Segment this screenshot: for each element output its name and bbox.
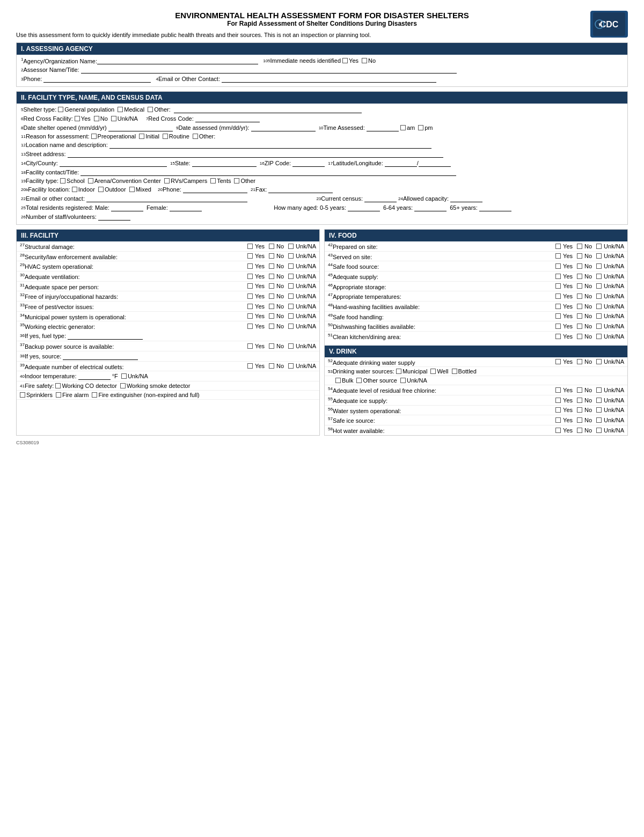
pm-cb[interactable]: pm <box>418 124 433 131</box>
other-source-cb[interactable]: Other source <box>356 377 397 384</box>
other-field[interactable] <box>174 106 362 113</box>
state-field[interactable] <box>192 159 257 167</box>
elec-unk[interactable]: Unk/NA <box>288 363 316 369</box>
dk57-yes[interactable]: Yes <box>555 417 573 423</box>
fd51-yes[interactable]: Yes <box>555 333 573 340</box>
fire-alarm-cb[interactable]: Fire alarm <box>56 392 89 398</box>
fd47-yes[interactable]: Yes <box>555 293 573 299</box>
census-field[interactable] <box>364 195 397 202</box>
f28-no[interactable]: No <box>269 253 284 259</box>
fd44-unk[interactable]: Unk/NA <box>596 263 624 269</box>
co-detector-cb[interactable]: Working CO detector <box>55 383 117 389</box>
general-pop-cb[interactable]: General population <box>58 106 114 113</box>
temp-unk-cb[interactable]: Unk/NA <box>121 373 148 379</box>
fd46-unk[interactable]: Unk/NA <box>596 283 624 289</box>
f31-unk[interactable]: Unk/NA <box>288 283 316 289</box>
fd50-no[interactable]: No <box>577 323 592 329</box>
assessor-field[interactable] <box>81 66 457 74</box>
other-cb[interactable]: Other: <box>148 106 171 113</box>
well-cb[interactable]: Well <box>430 368 448 375</box>
location-field[interactable] <box>109 141 431 149</box>
fd42-yes[interactable]: Yes <box>555 243 573 249</box>
dk58-unk[interactable]: Unk/NA <box>596 427 624 434</box>
f34-yes[interactable]: Yes <box>247 313 265 319</box>
chl-unk[interactable]: Unk/NA <box>596 387 624 393</box>
bottled-cb[interactable]: Bottled <box>452 368 477 375</box>
sprinklers-cb[interactable]: Sprinklers <box>20 392 53 398</box>
indoor-cb[interactable]: Indoor <box>72 186 95 193</box>
fd49-unk[interactable]: Unk/NA <box>596 313 624 319</box>
f27-unk[interactable]: Unk/NA <box>288 243 316 249</box>
f31-yes[interactable]: Yes <box>247 283 265 289</box>
time-assessed-field[interactable] <box>367 124 399 131</box>
dk56-no[interactable]: No <box>577 407 592 413</box>
f28-unk[interactable]: Unk/NA <box>288 253 316 259</box>
fd50-yes[interactable]: Yes <box>555 323 573 329</box>
bulk-cb[interactable]: Bulk <box>335 377 353 384</box>
zip-field[interactable] <box>292 159 325 167</box>
fd44-yes[interactable]: Yes <box>555 263 573 269</box>
long-field[interactable] <box>419 159 451 167</box>
extinguisher-cb[interactable]: Fire extinguisher (non-expired and full) <box>92 392 199 398</box>
phone2-field[interactable] <box>183 186 247 193</box>
yes-checkbox[interactable]: Yes <box>342 57 358 64</box>
fd47-unk[interactable]: Unk/NA <box>596 293 624 299</box>
fd45-yes[interactable]: Yes <box>555 273 573 280</box>
d52-unk[interactable]: Unk/NA <box>596 358 624 365</box>
facility-contact-field[interactable] <box>80 168 456 176</box>
aged664-field[interactable] <box>414 204 447 211</box>
fd48-no[interactable]: No <box>577 303 592 310</box>
f29-no[interactable]: No <box>269 263 284 269</box>
f27-no[interactable]: No <box>269 243 284 249</box>
d52-yes[interactable]: Yes <box>555 358 573 365</box>
initial-cb[interactable]: Initial <box>139 133 159 140</box>
f32-yes[interactable]: Yes <box>247 293 265 299</box>
backup-unk[interactable]: Unk/NA <box>288 343 316 349</box>
elec-yes[interactable]: Yes <box>247 363 265 369</box>
rc-code-field[interactable] <box>195 115 260 122</box>
fuel-field[interactable] <box>68 332 143 340</box>
dk55-no[interactable]: No <box>577 397 592 403</box>
male-field[interactable] <box>111 204 143 211</box>
date-assessed-field[interactable] <box>251 124 316 131</box>
f29-unk[interactable]: Unk/NA <box>288 263 316 269</box>
school-cb[interactable]: School <box>60 178 85 184</box>
fd43-unk[interactable]: Unk/NA <box>596 253 624 259</box>
agency-field[interactable] <box>97 57 258 64</box>
dk58-yes[interactable]: Yes <box>555 427 573 434</box>
aged05-field[interactable] <box>348 204 380 211</box>
medical-cb[interactable]: Medical <box>118 106 144 113</box>
f33-yes[interactable]: Yes <box>247 303 265 310</box>
date-opened-field[interactable] <box>108 124 173 131</box>
fd45-unk[interactable]: Unk/NA <box>596 273 624 280</box>
fd42-no[interactable]: No <box>577 243 592 249</box>
dk56-unk[interactable]: Unk/NA <box>596 407 624 413</box>
rc-no-cb[interactable]: No <box>94 115 108 122</box>
f33-no[interactable]: No <box>269 303 284 310</box>
dk57-no[interactable]: No <box>577 417 592 423</box>
fd45-no[interactable]: No <box>577 273 592 280</box>
other2-cb[interactable]: Other: <box>193 133 216 140</box>
fd43-no[interactable]: No <box>577 253 592 259</box>
f27-yes[interactable]: Yes <box>247 243 265 249</box>
municipal-cb[interactable]: Municipal <box>396 368 427 375</box>
f30-yes[interactable]: Yes <box>247 273 265 280</box>
f30-unk[interactable]: Unk/NA <box>288 273 316 280</box>
f32-no[interactable]: No <box>269 293 284 299</box>
aged65-field[interactable] <box>479 204 511 211</box>
am-cb[interactable]: am <box>400 124 415 131</box>
dk58-no[interactable]: No <box>577 427 592 434</box>
f32-unk[interactable]: Unk/NA <box>288 293 316 299</box>
fd50-unk[interactable]: Unk/NA <box>596 323 624 329</box>
rvs-cb[interactable]: RVs/Campers <box>164 178 207 184</box>
backup-source-field[interactable] <box>63 353 138 360</box>
fd51-unk[interactable]: Unk/NA <box>596 333 624 340</box>
f35-no[interactable]: No <box>269 323 284 329</box>
f34-no[interactable]: No <box>269 313 284 319</box>
dk56-yes[interactable]: Yes <box>555 407 573 413</box>
city-field[interactable] <box>60 159 167 167</box>
fd48-yes[interactable]: Yes <box>555 303 573 310</box>
fd46-yes[interactable]: Yes <box>555 283 573 289</box>
routine-cb[interactable]: Routine <box>163 133 189 140</box>
rc-unk-cb[interactable]: Unk/NA <box>111 115 138 122</box>
